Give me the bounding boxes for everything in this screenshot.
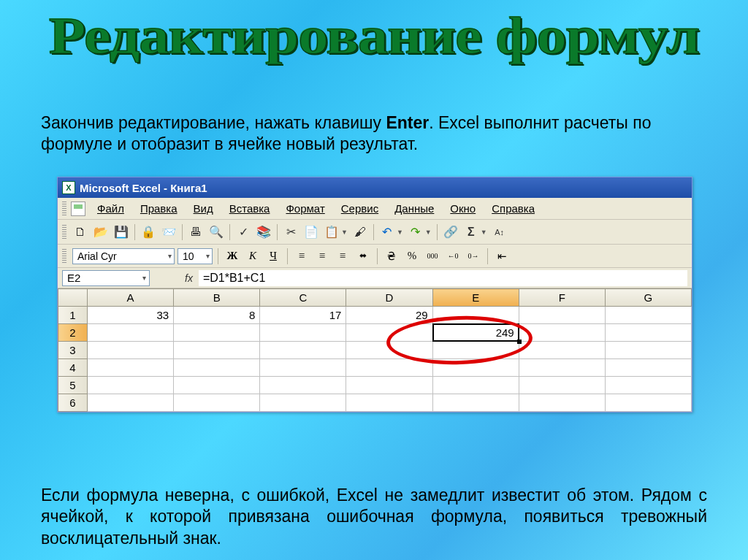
cell[interactable] [88,342,174,359]
row-header-5[interactable]: 5 [58,377,88,394]
cell[interactable] [260,377,346,394]
print-icon[interactable]: 🖶 [186,223,205,242]
toolbar-grip-icon[interactable] [62,249,66,264]
cell[interactable]: 33 [88,307,174,324]
decrease-indent-icon[interactable]: ⇤ [493,248,511,265]
spell-check-icon[interactable]: ✓ [234,223,253,242]
redo-icon[interactable]: ↷ [406,223,425,242]
new-doc-icon[interactable]: 🗋 [71,223,90,242]
research-icon[interactable]: 📚 [254,223,273,242]
formula-input[interactable]: =D1*B1+C1 [199,270,687,286]
cell[interactable] [605,377,691,394]
toolbar-grip-icon[interactable] [62,202,66,216]
cell[interactable] [260,394,346,412]
increase-decimal-icon[interactable]: 0→ [465,248,482,265]
cell[interactable] [519,377,605,394]
save-icon[interactable]: 💾 [112,223,131,242]
menu-help[interactable]: Справка [484,200,542,217]
worksheet-icon[interactable] [71,202,85,216]
italic-button[interactable]: К [244,248,262,265]
cell[interactable] [88,359,174,377]
menu-window[interactable]: Окно [443,200,483,217]
row-header-1[interactable]: 1 [58,307,88,324]
format-painter-icon[interactable]: 🖌 [351,223,370,242]
cell[interactable] [519,394,605,412]
cell[interactable] [346,342,432,359]
mail-icon[interactable]: 📨 [159,223,178,242]
col-header-d[interactable]: D [346,289,432,307]
row-header-3[interactable]: 3 [58,342,88,359]
col-header-c[interactable]: C [260,289,346,307]
cell[interactable] [88,394,174,412]
autosum-icon[interactable]: Σ [462,223,481,242]
currency-icon[interactable]: ₴ [383,248,400,265]
cell[interactable] [346,377,432,394]
cell[interactable]: 29 [346,307,432,324]
menu-edit[interactable]: Правка [133,200,185,217]
merge-center-icon[interactable]: ⬌ [354,248,372,265]
bold-button[interactable]: Ж [224,248,241,265]
menu-tools[interactable]: Сервис [334,200,386,217]
name-box[interactable]: E2 [62,270,150,286]
font-size-combo[interactable]: 10 [178,248,213,264]
cell[interactable] [432,342,519,359]
cell[interactable] [519,307,605,324]
hyperlink-icon[interactable]: 🔗 [441,223,460,242]
permission-icon[interactable]: 🔒 [139,223,158,242]
cell[interactable] [174,394,260,412]
chevron-down-icon[interactable]: ▼ [397,229,403,236]
fx-icon[interactable]: fx [185,272,193,284]
cell[interactable] [88,324,174,342]
menu-insert[interactable]: Вставка [222,200,278,217]
cell[interactable] [346,324,432,342]
active-cell-e2[interactable]: 249 [432,324,519,342]
spreadsheet-grid[interactable]: A B C D E F G 1 33 8 17 29 2 [58,288,692,412]
row-header-6[interactable]: 6 [58,394,88,412]
cell[interactable] [174,377,260,394]
chevron-down-icon[interactable]: ▼ [341,229,348,236]
cell[interactable] [260,324,346,342]
fill-handle[interactable] [517,340,522,344]
preview-icon[interactable]: 🔍 [207,223,226,242]
font-name-combo[interactable]: Arial Cyr [72,248,175,264]
cell[interactable] [174,324,260,342]
align-center-icon[interactable]: ≡ [313,248,331,265]
cell[interactable] [519,324,605,342]
cell[interactable] [432,359,519,377]
col-header-g[interactable]: G [605,289,691,307]
cell[interactable] [432,394,519,412]
cell[interactable] [605,324,691,342]
cell[interactable] [260,342,346,359]
menu-data[interactable]: Данные [387,200,441,217]
cell[interactable] [432,377,519,394]
sort-icon[interactable]: A↕ [490,223,509,242]
cell[interactable]: 17 [260,307,346,324]
cell[interactable] [605,342,691,359]
cell[interactable] [605,394,691,412]
row-header-4[interactable]: 4 [58,359,88,377]
copy-icon[interactable]: 📄 [302,223,321,242]
menu-bar[interactable]: Файл Правка Вид Вставка Формат Сервис Да… [58,198,692,220]
cell[interactable] [605,307,691,324]
decrease-decimal-icon[interactable]: ←0 [444,248,462,265]
row-header-2[interactable]: 2 [58,324,88,342]
paste-icon[interactable]: 📋 [322,223,341,242]
menu-file[interactable]: Файл [90,200,131,217]
cell[interactable] [174,342,260,359]
align-left-icon[interactable]: ≡ [293,248,310,265]
underline-button[interactable]: Ч [264,248,282,265]
menu-view[interactable]: Вид [186,200,221,217]
col-header-a[interactable]: A [88,289,174,307]
cell[interactable] [174,359,260,377]
cell[interactable] [519,359,605,377]
cell[interactable] [605,359,691,377]
align-right-icon[interactable]: ≡ [334,248,351,265]
cut-icon[interactable]: ✂ [281,223,300,242]
cell[interactable] [88,377,174,394]
comma-style-icon[interactable]: 000 [424,248,441,265]
percent-icon[interactable]: % [403,248,421,265]
cell[interactable] [346,394,432,412]
col-header-f[interactable]: F [519,289,605,307]
cell[interactable] [432,307,519,324]
open-icon[interactable]: 📂 [91,223,110,242]
